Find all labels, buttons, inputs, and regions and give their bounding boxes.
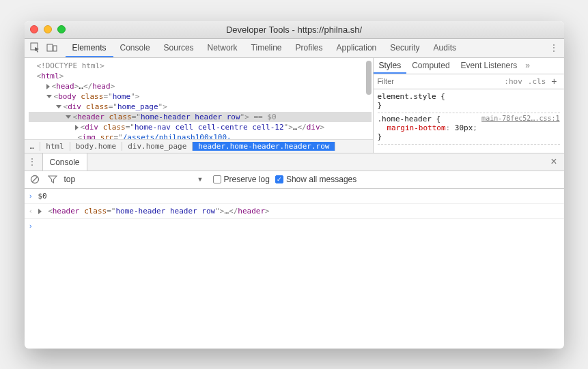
collapse-icon[interactable] [56, 105, 61, 108]
styles-overflow-icon[interactable]: » [522, 61, 533, 70]
clear-console-icon[interactable] [29, 175, 41, 184]
crumb-header[interactable]: header.home-header.header.row [193, 142, 335, 151]
zoom-window-icon[interactable] [57, 25, 66, 33]
drawer: ⋮ Console × top ▼ Preserve log ✓ Show al… [25, 153, 564, 349]
close-drawer-icon[interactable]: × [544, 156, 563, 168]
crumb-div[interactable]: div.home_page [122, 142, 193, 151]
source-link[interactable]: main-78fec52….css:1 [481, 115, 559, 122]
breadcrumb: … html body.home div.home_page header.ho… [25, 139, 373, 153]
crumb-ellipsis[interactable]: … [25, 142, 41, 151]
titlebar: Developer Tools - https://philna.sh/ [25, 21, 564, 39]
tab-sources[interactable]: Sources [157, 38, 201, 57]
crumb-body[interactable]: body.home [70, 142, 123, 151]
preserve-log-label: Preserve log [224, 175, 270, 184]
drawer-tab-console[interactable]: Console [42, 153, 87, 171]
chevron-down-icon: ▼ [197, 176, 204, 183]
rule-element-style[interactable]: element.style { } [378, 91, 560, 113]
traffic-lights [30, 25, 66, 33]
tab-security[interactable]: Security [383, 38, 426, 57]
drawer-tabs: ⋮ Console × [25, 153, 564, 171]
show-all-label: Show all messages [286, 175, 356, 184]
tab-elements[interactable]: Elements [66, 38, 113, 57]
preserve-log-checkbox[interactable]: Preserve log [213, 175, 270, 184]
hov-toggle[interactable]: :hov [501, 77, 525, 86]
dom-doctype[interactable]: <!DOCTYPE html> [29, 61, 372, 71]
window-title: Developer Tools - https://philna.sh/ [25, 25, 564, 35]
checkbox-checked-icon: ✓ [275, 175, 283, 183]
checkbox-empty-icon [213, 175, 221, 183]
dom-div1-open[interactable]: <div class="home_page"> [29, 102, 372, 112]
prompt-icon: › [29, 222, 38, 231]
context-label: top [64, 175, 76, 184]
cls-toggle[interactable]: .cls [525, 77, 549, 86]
elements-panel: <!DOCTYPE html> <html> <head>…</head> <b… [25, 58, 373, 153]
device-mode-icon[interactable] [44, 40, 60, 56]
devtools-window: Developer Tools - https://philna.sh/ Ele… [25, 21, 564, 349]
dom-selected-header[interactable]: <header class="home-header header row"> … [29, 112, 372, 122]
console-input-text: $0 [38, 192, 560, 201]
styles-tab-listeners[interactable]: Event Listeners [456, 57, 523, 74]
styles-rules[interactable]: element.style { } main-78fec52….css:1 .h… [374, 89, 564, 146]
tab-console[interactable]: Console [113, 38, 157, 57]
minimize-window-icon[interactable] [44, 25, 52, 33]
add-rule-icon[interactable]: + [548, 76, 559, 87]
console-row[interactable]: › $0 [25, 189, 564, 204]
dom-tree[interactable]: <!DOCTYPE html> <html> <head>…</head> <b… [25, 58, 373, 139]
drawer-menu-icon[interactable]: ⋮ [25, 157, 40, 166]
collapse-icon[interactable] [66, 115, 71, 119]
tab-profiles[interactable]: Profiles [289, 38, 330, 57]
styles-tab-styles[interactable]: Styles [374, 57, 407, 74]
collapse-icon[interactable] [46, 95, 52, 98]
svg-rect-1 [47, 44, 53, 51]
scrollbar-thumb[interactable] [366, 61, 372, 95]
svg-rect-2 [53, 46, 57, 51]
styles-tabs: Styles Computed Event Listeners » [374, 58, 564, 74]
crumb-html[interactable]: html [40, 142, 70, 151]
rule-home-header[interactable]: main-78fec52….css:1 .home-header { margi… [378, 113, 560, 145]
expand-icon[interactable] [75, 125, 79, 130]
context-selector[interactable]: top ▼ [64, 175, 208, 184]
dom-body-open[interactable]: <body class="home"> [29, 91, 372, 102]
main-toolbar: Elements Console Sources Network Timelin… [25, 39, 564, 58]
expand-icon[interactable] [38, 209, 42, 214]
styles-tab-computed[interactable]: Computed [406, 57, 455, 74]
dom-head[interactable]: <head>…</head> [29, 81, 372, 91]
tab-timeline[interactable]: Timeline [244, 38, 289, 57]
console-body[interactable]: › $0 ‹ <header class="home-header header… [25, 189, 564, 349]
styles-filter-row: :hov .cls + [374, 74, 564, 89]
console-prompt-row[interactable]: › [25, 219, 564, 233]
inspect-element-icon[interactable] [27, 40, 44, 56]
expand-icon[interactable] [46, 84, 50, 89]
tab-audits[interactable]: Audits [427, 38, 463, 57]
main-area: <!DOCTYPE html> <html> <head>…</head> <b… [25, 58, 564, 153]
console-result: <header class="home-header header row">…… [38, 207, 560, 216]
dom-html-open[interactable]: <html> [29, 71, 372, 81]
dom-div2[interactable]: <div class="home-nav cell cell-centre ce… [29, 122, 372, 132]
tab-application[interactable]: Application [330, 38, 384, 57]
main-menu-icon[interactable]: ⋮ [546, 43, 561, 53]
dom-img[interactable]: <img src="/assets/philnash100x100- [29, 132, 372, 139]
console-row[interactable]: ‹ <header class="home-header header row"… [25, 204, 564, 219]
styles-panel: Styles Computed Event Listeners » :hov .… [373, 58, 564, 153]
console-controls: top ▼ Preserve log ✓ Show all messages [25, 171, 564, 189]
svg-line-4 [32, 177, 38, 182]
filter-icon[interactable] [46, 175, 59, 184]
tab-network[interactable]: Network [201, 38, 244, 57]
result-icon: ‹ [29, 207, 38, 216]
prompt-icon: › [29, 192, 38, 201]
styles-filter-input[interactable] [378, 77, 502, 85]
main-tabs: Elements Console Sources Network Timelin… [66, 38, 546, 57]
show-all-checkbox[interactable]: ✓ Show all messages [275, 175, 356, 184]
close-window-icon[interactable] [30, 25, 38, 33]
